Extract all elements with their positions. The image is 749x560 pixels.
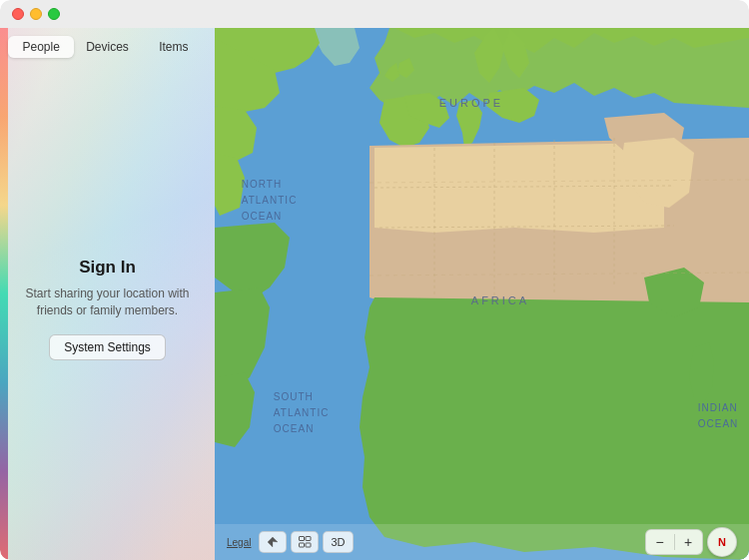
main-content: People Devices Items Sign In Start shari… <box>0 28 749 560</box>
map-type-button[interactable] <box>291 531 319 553</box>
zoom-in-button[interactable]: + <box>674 530 702 554</box>
map-controls-left: 3D <box>259 531 353 553</box>
tab-items[interactable]: Items <box>141 36 207 58</box>
zoom-out-button[interactable]: − <box>646 530 674 554</box>
traffic-lights <box>12 8 60 20</box>
sidebar: People Devices Items Sign In Start shari… <box>0 28 215 560</box>
minimize-button[interactable] <box>30 8 42 20</box>
tab-devices[interactable]: Devices <box>74 36 140 58</box>
system-settings-button[interactable]: System Settings <box>49 334 166 360</box>
close-button[interactable] <box>12 8 24 20</box>
location-button[interactable] <box>259 531 287 553</box>
legal-link[interactable]: Legal <box>227 537 251 548</box>
tab-bar: People Devices Items <box>0 28 215 58</box>
map-area[interactable]: EUROPE AFRICA NorthAtlanticOcean SouthAt… <box>215 28 749 560</box>
zoom-controls: − + <box>645 529 704 555</box>
tab-people[interactable]: People <box>8 36 74 58</box>
maximize-button[interactable] <box>48 8 60 20</box>
map-controls-right: − + N <box>645 527 738 557</box>
title-bar <box>0 0 749 28</box>
app-window: People Devices Items Sign In Start shari… <box>0 0 749 560</box>
sidebar-body: Sign In Start sharing your location with… <box>0 58 215 560</box>
compass[interactable]: N <box>707 527 737 557</box>
svg-rect-2 <box>306 537 311 541</box>
svg-rect-4 <box>306 543 311 547</box>
svg-rect-3 <box>299 543 304 547</box>
svg-rect-1 <box>299 537 304 541</box>
map-bottom-bar: Legal 3D <box>215 524 749 560</box>
sign-in-title: Sign In <box>79 258 136 278</box>
sign-in-description: Start sharing your location with friends… <box>20 285 195 319</box>
3d-button[interactable]: 3D <box>323 531 353 553</box>
